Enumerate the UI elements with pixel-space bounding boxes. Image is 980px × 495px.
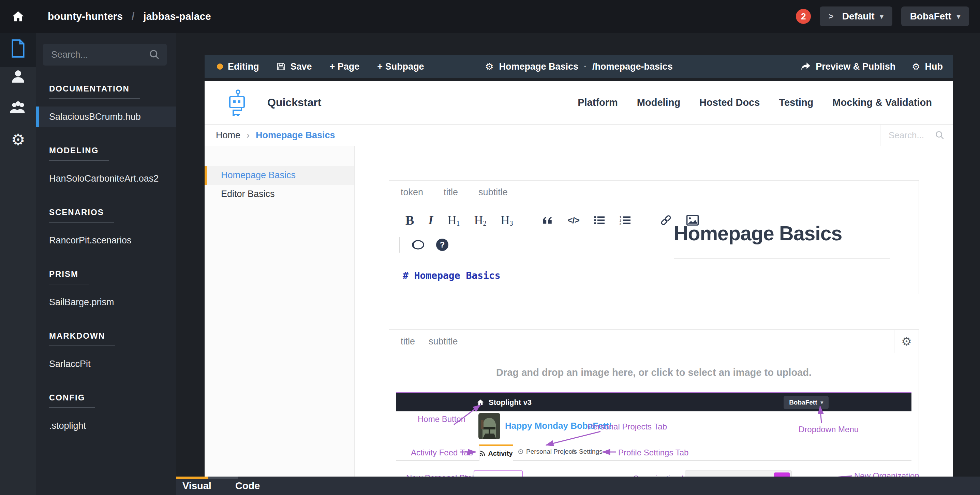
profile-tab-button[interactable]: [0, 68, 36, 85]
nav-item-mocking-validation[interactable]: Mocking & Validation: [832, 97, 932, 108]
visual-mode-tab[interactable]: Visual: [183, 480, 212, 492]
sidebar-item-hansolocarboniteart-oas2[interactable]: HanSoloCarboniteArt.oas2: [36, 168, 176, 189]
hub-preview-page: Quickstart Platform Modeling Hosted Docs…: [205, 81, 953, 495]
tab-subtitle[interactable]: subtitle: [429, 336, 458, 347]
team-tab-button[interactable]: [0, 100, 36, 115]
help-button[interactable]: ?: [436, 239, 449, 251]
title-path-separator: ·: [584, 61, 587, 72]
hub-site-header: Quickstart Platform Modeling Hosted Docs…: [205, 81, 953, 125]
embedded-user-dropdown: BobaFett ▾: [784, 396, 829, 409]
code-mode-tab[interactable]: Code: [235, 480, 260, 492]
edit-toolbar: Editing Save + Page + Subpage ⚙ Homepage…: [205, 55, 953, 78]
search-icon: [935, 130, 945, 140]
section-title-documentation: DOCUMENTATION: [49, 84, 140, 99]
current-page-title[interactable]: Homepage Basics: [499, 61, 578, 72]
breadcrumb-home-link[interactable]: Home: [216, 130, 240, 141]
code-tab-indicator: [208, 477, 238, 479]
current-page-path[interactable]: /homepage-basics: [592, 61, 673, 72]
section-title-markdown: MARKDOWN: [49, 331, 115, 346]
toc-item-editor-basics[interactable]: Editor Basics: [205, 185, 354, 203]
image-widget-block: title subtitle ⚙ Drag and drop an image …: [389, 329, 919, 495]
embedded-tab-divider: [396, 460, 912, 461]
embedded-navbar: Stoplight v3 BobaFett ▾: [396, 393, 912, 411]
save-button[interactable]: Save: [277, 61, 312, 72]
topbar-actions: 2 >_ Default ▾ BobaFett ▾: [796, 6, 969, 26]
italic-button[interactable]: I: [428, 213, 433, 227]
nav-item-platform[interactable]: Platform: [578, 97, 618, 108]
hub-breadcrumb-row: Home › Homepage Basics: [205, 125, 953, 146]
avatar: [479, 413, 500, 439]
user-dropdown[interactable]: BobaFett ▾: [901, 6, 969, 26]
sidebar-item-sarlaccpit[interactable]: SarlaccPit: [36, 354, 176, 375]
settings-tab-button[interactable]: ⚙: [0, 130, 36, 149]
bold-button[interactable]: B: [406, 213, 414, 228]
section-title-modeling: MODELING: [49, 146, 109, 161]
project-icon: [518, 449, 523, 454]
heading1-button[interactable]: H1: [447, 213, 460, 227]
code-button[interactable]: </>: [567, 215, 579, 226]
robot-logo-icon[interactable]: [226, 89, 248, 116]
heading-rule: [674, 258, 890, 259]
svg-text:3: 3: [620, 222, 621, 225]
preview-heading: Homepage Basics: [674, 222, 899, 245]
preview-eye-button[interactable]: [412, 239, 425, 250]
breadcrumb: bounty-hunters / jabbas-palace: [48, 11, 211, 22]
files-tab-button[interactable]: [0, 39, 36, 58]
heading2-button[interactable]: H2: [474, 213, 486, 227]
sidebar-item-stoplight-config[interactable]: .stoplight: [36, 415, 176, 436]
hub-search: [880, 125, 953, 146]
annotation-home-button: Home Button: [418, 414, 465, 424]
environment-dropdown[interactable]: >_ Default ▾: [820, 6, 892, 26]
markdown-source[interactable]: # Homepage Basics: [389, 257, 654, 294]
embedded-tab-activity: Activity: [479, 444, 513, 461]
tab-title[interactable]: title: [401, 336, 415, 347]
gear-icon: ⚙: [11, 130, 25, 149]
annotation-profile-settings-tab: Profile Settings Tab: [618, 448, 689, 457]
home-button[interactable]: [0, 11, 36, 22]
section-title-prism: PRISM: [49, 269, 89, 284]
hub-content: token title subtitle B I H1 H2 H3: [355, 146, 953, 495]
nav-item-hosted-docs[interactable]: Hosted Docs: [699, 97, 760, 108]
heading3-button[interactable]: H3: [501, 213, 513, 227]
preview-publish-button[interactable]: Preview & Publish: [801, 61, 896, 72]
sidebar-item-salaciousbcrumb-hub[interactable]: SalaciousBCrumb.hub: [36, 107, 176, 127]
project-link[interactable]: jabbas-palace: [143, 11, 211, 22]
image-dropzone[interactable]: Drag and drop an image here, or click to…: [389, 353, 919, 392]
hub-site-title[interactable]: Quickstart: [267, 96, 321, 109]
add-page-button[interactable]: + Page: [330, 61, 360, 72]
add-subpage-button[interactable]: + Subpage: [377, 61, 424, 72]
sidebar-item-sailbarge-prism[interactable]: SailBarge.prism: [36, 292, 176, 313]
home-icon: [12, 11, 24, 22]
sidebar-search-input[interactable]: [43, 44, 167, 65]
tab-subtitle[interactable]: subtitle: [479, 187, 508, 198]
annotation-dropdown-menu: Dropdown Menu: [799, 425, 859, 434]
sidebar-item-rancorpit-scenarios[interactable]: RancorPit.scenarios: [36, 230, 176, 251]
org-link[interactable]: bounty-hunters: [48, 11, 123, 22]
nav-item-modeling[interactable]: Modeling: [637, 97, 680, 108]
text-widget-tabs: token title subtitle: [389, 180, 919, 204]
nav-item-testing[interactable]: Testing: [779, 97, 813, 108]
document-icon: [11, 39, 25, 58]
tab-title[interactable]: title: [444, 187, 458, 198]
gear-icon: ⚙: [485, 61, 493, 72]
toc-item-homepage-basics[interactable]: Homepage Basics: [205, 166, 354, 185]
markdown-editor: B I H1 H2 H3 </>: [389, 204, 654, 294]
ordered-list-button[interactable]: 123: [620, 215, 631, 225]
hub-search-input[interactable]: [889, 130, 931, 141]
gear-icon: ⚙: [901, 335, 912, 348]
gear-icon: ⚙: [571, 448, 576, 455]
text-widget-block: token title subtitle B I H1 H2 H3: [389, 180, 919, 294]
widget-settings-button[interactable]: ⚙: [894, 330, 919, 353]
hub-button[interactable]: ⚙ Hub: [912, 61, 943, 72]
tab-token[interactable]: token: [401, 187, 423, 198]
svg-text:1: 1: [620, 216, 621, 219]
embedded-brand: Stoplight v3: [477, 398, 531, 407]
breadcrumb-current-page[interactable]: Homepage Basics: [256, 130, 335, 141]
caret-down-icon: ▾: [957, 12, 960, 21]
top-bar: bounty-hunters / jabbas-palace 2 >_ Defa…: [0, 0, 980, 33]
editor-main: Editing Save + Page + Subpage ⚙ Homepage…: [176, 33, 980, 495]
blockquote-button[interactable]: [541, 215, 553, 225]
bullet-list-button[interactable]: [593, 215, 605, 225]
share-arrow-icon: [801, 62, 811, 71]
notification-badge[interactable]: 2: [796, 9, 811, 24]
